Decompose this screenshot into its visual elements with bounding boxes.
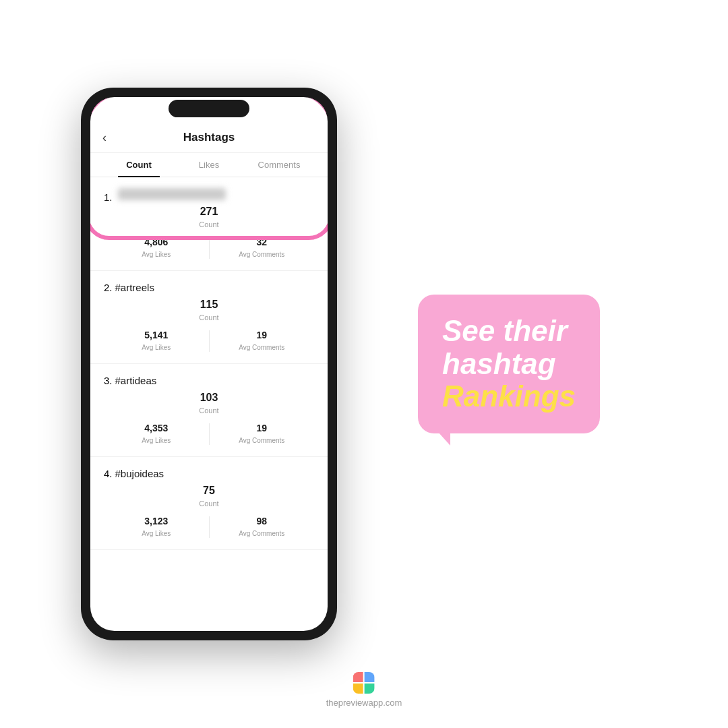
phone-wrapper: ‹ Hashtags Count Likes Comments (54, 61, 364, 667)
tab-count[interactable]: Count (104, 153, 174, 177)
avg-likes-value-3: 4,353 (104, 423, 209, 433)
logo-quadrant-3 (353, 684, 363, 694)
avg-comments-box-1: 32 Avg Comments (210, 237, 315, 260)
avg-comments-label-3: Avg Comments (239, 437, 284, 444)
stats-row-1: 4,806 Avg Likes 32 Avg Comments (104, 237, 314, 260)
promo-line1: See their (442, 315, 576, 347)
avg-comments-box-3: 19 Avg Comments (210, 423, 315, 446)
count-center-2: 115 Count (104, 299, 314, 323)
stats-row-3: 4,353 Avg Likes 19 Avg Comments (104, 423, 314, 446)
hashtag-name-4: #bujoideas (115, 468, 164, 479)
avg-likes-box-1: 4,806 Avg Likes (104, 237, 209, 260)
hashtag-rank-3: 3. (104, 375, 113, 392)
promo-card: See their hashtag Rankings (418, 295, 600, 433)
avg-likes-box-2: 5,141 Avg Likes (104, 330, 209, 353)
hashtag-name-2: #artreels (115, 282, 154, 293)
footer-url: thepreviewapp.com (326, 698, 402, 708)
avg-likes-value-4: 3,123 (104, 516, 209, 526)
avg-likes-box-4: 3,123 Avg Likes (104, 516, 209, 539)
hashtag-rank-1: 1. (104, 191, 113, 203)
back-button[interactable]: ‹ (102, 131, 107, 145)
avg-likes-value-1: 4,806 (104, 237, 209, 247)
count-center-3: 103 Count (104, 392, 314, 416)
phone-shell: ‹ Hashtags Count Likes Comments (81, 88, 337, 640)
phone-notch (169, 100, 249, 117)
page-title: Hashtags (183, 131, 235, 144)
tabs-row: Count Likes Comments (90, 153, 328, 177)
hashtag-rank-4: 4. (104, 468, 113, 485)
logo-quadrant-1 (353, 672, 363, 682)
avg-likes-value-2: 5,141 (104, 330, 209, 340)
avg-comments-value-1: 32 (210, 237, 315, 247)
avg-comments-value-4: 98 (210, 516, 315, 526)
count-number-1: 271 (104, 206, 314, 218)
logo-quadrant-4 (365, 684, 375, 694)
footer: thepreviewapp.com (326, 672, 402, 708)
hashtag-name-1-blurred (118, 188, 226, 200)
hashtag-item-1: 1. 271 Count 4,806 Avg Likes (90, 177, 328, 271)
hashtag-item-4: 4. #bujoideas 75 Count 3,123 Avg Likes (90, 457, 328, 550)
avg-likes-label-3: Avg Likes (142, 437, 171, 444)
count-center-1: 271 Count (104, 206, 314, 230)
count-label-2: Count (199, 313, 218, 322)
count-number-2: 115 (104, 299, 314, 311)
hashtag-rank-2: 2. (104, 282, 113, 299)
avg-comments-value-3: 19 (210, 423, 315, 433)
count-number-4: 75 (104, 485, 314, 497)
phone-screen: ‹ Hashtags Count Likes Comments (90, 97, 328, 631)
promo-line3: Rankings (442, 380, 576, 413)
promo-line2: hashtag (442, 348, 576, 380)
stats-row-4: 3,123 Avg Likes 98 Avg Comments (104, 516, 314, 539)
count-number-3: 103 (104, 392, 314, 404)
hashtag-name-3: #artideas (115, 375, 157, 386)
hashtag-item-2: 2. #artreels 115 Count 5,141 Avg Likes (90, 271, 328, 364)
stats-row-2: 5,141 Avg Likes 19 Avg Comments (104, 330, 314, 353)
count-label-1: Count (199, 220, 218, 229)
avg-comments-box-4: 98 Avg Comments (210, 516, 315, 539)
avg-likes-label-4: Avg Likes (142, 530, 171, 537)
count-label-3: Count (199, 406, 218, 415)
hashtag-list: 1. 271 Count 4,806 Avg Likes (90, 177, 328, 630)
avg-comments-value-2: 19 (210, 330, 315, 340)
avg-comments-box-2: 19 Avg Comments (210, 330, 315, 353)
logo-quadrant-2 (365, 672, 375, 682)
hashtag-item-3: 3. #artideas 103 Count 4,353 Avg Likes (90, 364, 328, 457)
avg-likes-label-2: Avg Likes (142, 344, 171, 351)
avg-comments-label-1: Avg Comments (239, 251, 284, 258)
tab-comments[interactable]: Comments (244, 153, 314, 177)
count-center-4: 75 Count (104, 485, 314, 509)
avg-likes-box-3: 4,353 Avg Likes (104, 423, 209, 446)
tab-likes[interactable]: Likes (174, 153, 244, 177)
app-logo (353, 672, 375, 694)
avg-comments-label-4: Avg Comments (239, 530, 284, 537)
canvas: ‹ Hashtags Count Likes Comments (0, 0, 728, 728)
promo-section: See their hashtag Rankings (404, 281, 674, 446)
avg-likes-label-1: Avg Likes (142, 251, 171, 258)
avg-comments-label-2: Avg Comments (239, 344, 284, 351)
count-label-4: Count (199, 499, 218, 508)
